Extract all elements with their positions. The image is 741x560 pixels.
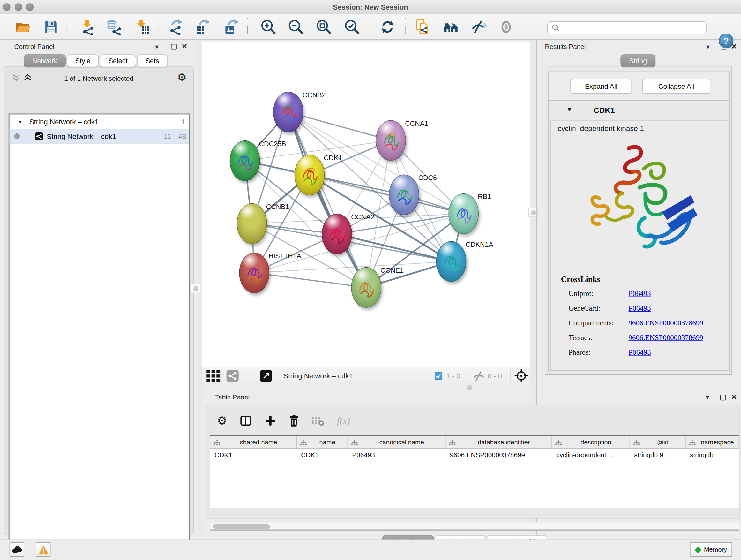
collection-expander-icon[interactable]: ▼ [18, 119, 23, 124]
crosshair-icon[interactable] [514, 369, 528, 383]
save-session-icon[interactable] [43, 18, 59, 36]
node-CDC6[interactable] [389, 174, 419, 215]
delete-column-icon[interactable] [287, 413, 301, 429]
tab-string[interactable]: String [620, 54, 655, 67]
export-table-icon[interactable] [195, 18, 212, 36]
tab-sets[interactable]: Sets [137, 54, 167, 67]
zoom-out-icon[interactable] [287, 18, 304, 36]
node-CDKN1A[interactable] [436, 241, 467, 282]
column-header-@id[interactable]: @id [630, 436, 686, 448]
column-header-name[interactable]: name [297, 436, 348, 448]
column-header-canonical-name[interactable]: canonical name [348, 436, 446, 448]
table-panel-close-icon[interactable]: ✕ [731, 393, 737, 401]
expand-all-button[interactable]: Expand All [570, 79, 632, 94]
table-row[interactable]: CDK1CDK1P064939606.ENSP00000378699cyclin… [210, 449, 739, 462]
houses-icon[interactable] [442, 18, 459, 36]
edge-RB1-HIST1H1A[interactable] [254, 213, 464, 273]
crosslinks-list: Uniprot:P06493GeneCard:P06493Compartment… [551, 287, 728, 361]
tab-network[interactable]: Network [23, 54, 66, 67]
crosslink-uniprot-link[interactable]: P06493 [629, 289, 651, 298]
search-input[interactable] [560, 22, 706, 33]
export-network-icon[interactable] [168, 18, 185, 36]
tab-select[interactable]: Select [100, 54, 136, 67]
scrollbar-thumb[interactable] [213, 524, 270, 530]
table-cell[interactable]: CDK1 [210, 449, 297, 462]
column-header-shared-name[interactable]: shared name [210, 436, 297, 448]
selected-checkbox-icon[interactable] [434, 372, 442, 380]
crosslink-genecard-link[interactable]: P06493 [629, 304, 651, 313]
table-cell[interactable]: CDK1 [297, 449, 348, 462]
node-CCNA1[interactable] [376, 120, 406, 161]
memory-label: Memory [704, 546, 727, 553]
eye-icon[interactable] [498, 18, 515, 36]
table-cell[interactable]: P06493 [348, 449, 446, 462]
memory-button[interactable]: Memory [690, 543, 732, 557]
edge-CCNA2-CDKN1A[interactable] [337, 234, 451, 261]
table-cell[interactable]: stringdb:9... [630, 449, 686, 462]
node-CCNB1[interactable] [237, 203, 267, 244]
tab-style[interactable]: Style [67, 54, 99, 67]
network-collection-row[interactable]: ▼ String Network – cdk1 1 [10, 114, 189, 129]
left-splitter-handle[interactable] [191, 284, 200, 294]
gene-section-header[interactable]: ▼ CDK1 [549, 101, 729, 120]
cloud-button[interactable] [10, 543, 24, 557]
add-column-icon[interactable] [263, 413, 277, 429]
node-HIST1H1A[interactable] [239, 253, 269, 293]
crosslink-tissues-link[interactable]: 9606.ENSP00000378699 [629, 333, 703, 342]
gene-description: cyclin–dependent kinase 1 [557, 124, 644, 133]
network-canvas[interactable]: CCNB2CCNA1CDC25BCDK1CDC6RB1CCNB1CCNA2CDK… [202, 42, 530, 366]
column-header-namespace[interactable]: namespace [686, 436, 739, 448]
open-session-icon[interactable] [14, 18, 31, 36]
export-image-icon[interactable] [223, 18, 240, 36]
hide-panels-icon[interactable] [470, 18, 487, 36]
node-CDC25B[interactable] [230, 140, 260, 181]
table-panel-float-icon[interactable] [720, 395, 726, 401]
results-panel-menu-icon[interactable]: ▼ [705, 44, 711, 50]
results-panel-title: Results Panel [545, 43, 586, 50]
node-label-CDK1: CDK1 [324, 154, 342, 162]
open-in-window-icon[interactable] [260, 370, 272, 382]
crosslink-pharos-link[interactable]: P06493 [629, 348, 651, 357]
gear-icon[interactable]: ⚙ [178, 71, 187, 84]
table-horizontal-scrollbar[interactable] [210, 522, 739, 531]
network-row-selected[interactable]: String Network – cdk1 11 48 [10, 129, 189, 144]
crosslink-compartments-link[interactable]: 9606.ENSP00000378699 [629, 319, 703, 327]
bottom-splitter[interactable] [202, 384, 530, 390]
hidden-eye-slash-icon[interactable] [473, 370, 485, 382]
table-cell[interactable]: 9606.ENSP00000378699 [446, 449, 552, 462]
column-header-database-identifier[interactable]: database identifier [446, 436, 552, 448]
table-cell[interactable]: stringdb [686, 449, 739, 462]
table-cell[interactable]: cyclin-dependent ... [552, 449, 630, 462]
section-expander-icon[interactable]: ▼ [567, 106, 572, 113]
edge-CCNB2-CCNE1[interactable] [288, 112, 366, 287]
network-view-mode-icon[interactable] [226, 370, 239, 382]
show-columns-icon[interactable] [239, 413, 253, 429]
node-CCNA2[interactable] [322, 213, 352, 254]
refresh-icon[interactable] [379, 18, 396, 36]
import-network-file-icon[interactable] [78, 18, 95, 36]
import-network-database-icon[interactable] [105, 18, 122, 36]
bottom-splitter-handle[interactable] [467, 385, 472, 390]
control-panel-float-icon[interactable] [171, 44, 177, 50]
node-CCNB2[interactable] [273, 91, 304, 132]
import-table-file-icon[interactable] [134, 18, 151, 36]
edge-CCNE1-HIST1H1A[interactable] [254, 273, 366, 287]
results-panel-close-icon[interactable]: ✕ [731, 42, 737, 51]
zoom-in-icon[interactable] [260, 18, 277, 36]
warnings-button[interactable] [36, 543, 51, 557]
node-RB1[interactable] [448, 193, 479, 234]
zoom-selected-icon[interactable] [344, 18, 360, 36]
table-panel-menu-icon[interactable]: ▼ [704, 394, 711, 401]
table-gear-icon[interactable]: ⚙ [215, 413, 229, 429]
control-panel-close-icon[interactable]: ✕ [182, 42, 188, 51]
zoom-fit-icon[interactable] [315, 18, 332, 36]
grid-view-icon[interactable] [206, 370, 220, 382]
clone-network-icon[interactable] [414, 18, 431, 36]
results-panel-float-icon[interactable] [721, 44, 726, 50]
node-CDK1[interactable] [294, 154, 325, 195]
node-CCNE1[interactable] [351, 267, 381, 308]
collapse-all-button[interactable]: Collapse All [643, 79, 711, 94]
control-panel-menu-icon[interactable]: ▼ [154, 44, 160, 50]
column-header-description[interactable]: description [552, 436, 630, 448]
table-panel-title: Table Panel [215, 393, 250, 401]
